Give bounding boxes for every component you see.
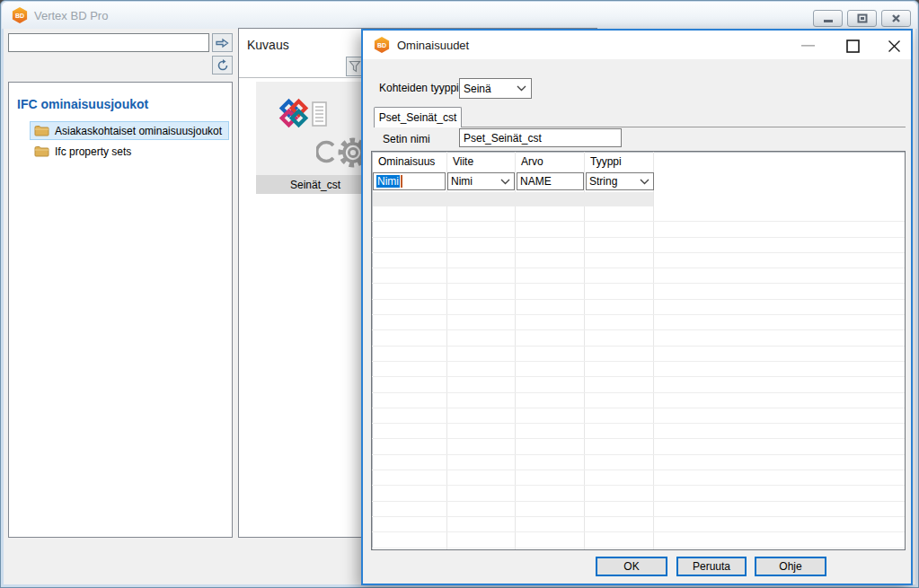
table-empty-row[interactable] bbox=[372, 455, 905, 470]
tree-item-label: Ifc property sets bbox=[55, 145, 131, 158]
properties-table: Ominaisuus Viite Arvo Tyyppi Nimi Nimi N… bbox=[371, 151, 906, 550]
tree-item-label: Asiakaskohtaiset ominaisuusjoukot bbox=[55, 125, 222, 137]
screen: BD Vertex BD Pro bbox=[0, 0, 919, 588]
dialog-title: Ominaisuudet bbox=[397, 39, 469, 52]
minimize-icon bbox=[801, 44, 815, 48]
table-empty-row[interactable] bbox=[372, 470, 905, 486]
table-empty-row[interactable] bbox=[372, 315, 905, 330]
dialog-app-icon: BD bbox=[374, 37, 390, 53]
table-empty-row[interactable] bbox=[372, 393, 905, 408]
dialog-titlebar[interactable]: BD Ominaisuudet bbox=[363, 31, 911, 59]
minimize-button[interactable] bbox=[813, 10, 843, 27]
chevron-down-icon bbox=[517, 85, 526, 92]
table-empty-row[interactable] bbox=[372, 502, 905, 517]
tab-pset-seinat-cst[interactable]: Pset_Seinät_cst bbox=[374, 107, 462, 127]
document-list-icon bbox=[312, 101, 327, 127]
table-empty-row[interactable] bbox=[372, 517, 905, 532]
filter-funnel-icon bbox=[349, 60, 361, 73]
maximize-icon bbox=[857, 13, 868, 23]
table-empty-row[interactable] bbox=[372, 206, 905, 222]
table-empty-row[interactable] bbox=[372, 439, 905, 454]
table-empty-row[interactable] bbox=[372, 300, 905, 315]
close-icon bbox=[891, 13, 901, 23]
c-arc-icon bbox=[316, 139, 336, 164]
table-empty-row[interactable] bbox=[372, 330, 905, 346]
column-header-arvo: Arvo bbox=[515, 152, 584, 171]
close-button[interactable] bbox=[881, 10, 911, 27]
set-name-input[interactable]: Pset_Seinät_cst bbox=[459, 128, 622, 147]
table-empty-row[interactable] bbox=[372, 486, 905, 501]
property-set-icon bbox=[277, 96, 311, 130]
column-header-viite: Viite bbox=[446, 152, 515, 171]
table-empty-row[interactable] bbox=[372, 532, 905, 548]
table-empty-area bbox=[372, 206, 905, 549]
chevron-down-icon bbox=[640, 179, 649, 185]
ok-button[interactable]: OK bbox=[596, 557, 667, 576]
table-empty-row[interactable] bbox=[372, 268, 905, 284]
object-type-select[interactable]: Seinä bbox=[459, 78, 532, 99]
ifc-tree-panel: IFC ominaisuusjoukot Asiakaskohtaiset om… bbox=[8, 82, 233, 538]
main-titlebar[interactable]: BD Vertex BD Pro bbox=[2, 2, 917, 29]
set-name-label: Setin nimi bbox=[383, 133, 430, 145]
folder-icon bbox=[34, 125, 49, 136]
maximize-icon bbox=[846, 39, 860, 53]
tree-header: IFC ominaisuusjoukot bbox=[17, 97, 148, 111]
object-type-value: Seinä bbox=[464, 83, 491, 95]
reference-select[interactable]: Nimi bbox=[447, 172, 515, 190]
vertex-app-icon: BD bbox=[12, 7, 28, 23]
table-next-row[interactable] bbox=[373, 192, 653, 206]
type-value: String bbox=[589, 175, 617, 188]
refresh-icon bbox=[216, 59, 229, 72]
table-empty-row[interactable] bbox=[372, 377, 905, 392]
value-input[interactable]: NAME bbox=[517, 172, 584, 190]
column-header-ominaisuus: Ominaisuus bbox=[372, 152, 446, 171]
table-empty-row[interactable] bbox=[372, 347, 905, 362]
value-text: NAME bbox=[520, 175, 552, 188]
dialog-maximize-button[interactable] bbox=[839, 34, 866, 57]
table-empty-row[interactable] bbox=[372, 362, 905, 377]
dialog-close-button[interactable] bbox=[880, 34, 907, 57]
selected-text: Nimi bbox=[376, 175, 400, 188]
table-empty-row[interactable] bbox=[372, 408, 905, 424]
table-empty-row[interactable] bbox=[372, 253, 905, 268]
object-type-label: Kohteiden tyyppi bbox=[379, 82, 459, 94]
property-set-tile[interactable] bbox=[256, 82, 375, 175]
help-button[interactable]: Ohje bbox=[755, 557, 826, 576]
column-header-tyyppi: Tyyppi bbox=[584, 152, 653, 171]
set-name-value: Pset_Seinät_cst bbox=[464, 132, 542, 145]
type-select[interactable]: String bbox=[586, 172, 654, 190]
tree-item-ifc-property-sets[interactable]: Ifc property sets bbox=[30, 142, 136, 161]
table-header-row: Ominaisuus Viite Arvo Tyyppi bbox=[372, 152, 905, 171]
table-empty-row[interactable] bbox=[372, 424, 905, 439]
text-caret bbox=[401, 175, 402, 188]
chevron-down-icon bbox=[500, 179, 510, 185]
arrow-right-icon bbox=[216, 38, 229, 48]
table-empty-row[interactable] bbox=[372, 222, 905, 237]
preview-panel-title: Kuvaus bbox=[247, 38, 289, 52]
property-set-tile-label[interactable]: Seinät_cst bbox=[256, 175, 375, 194]
table-empty-row[interactable] bbox=[372, 238, 905, 253]
close-icon bbox=[888, 39, 901, 53]
search-input[interactable] bbox=[8, 33, 209, 52]
main-window-title: Vertex BD Pro bbox=[34, 9, 108, 22]
folder-icon bbox=[34, 145, 49, 157]
tab-strip-line bbox=[462, 127, 906, 127]
cancel-button[interactable]: Peruuta bbox=[676, 557, 747, 576]
dialog-minimize-button[interactable] bbox=[794, 34, 821, 57]
tree-item-asiakaskohtaiset[interactable]: Asiakaskohtaiset ominaisuusjoukot bbox=[30, 121, 229, 140]
table-row: Nimi Nimi NAME String bbox=[372, 171, 905, 191]
refresh-button[interactable] bbox=[212, 56, 233, 75]
table-empty-row[interactable] bbox=[372, 284, 905, 299]
search-go-button[interactable] bbox=[212, 33, 233, 52]
minimize-icon bbox=[823, 14, 834, 23]
maximize-button[interactable] bbox=[847, 10, 877, 27]
property-name-input[interactable]: Nimi bbox=[373, 172, 446, 190]
tab-label: Pset_Seinät_cst bbox=[379, 111, 457, 124]
reference-value: Nimi bbox=[451, 175, 473, 188]
ominaisuudet-dialog: BD Ominaisuudet Kohteiden tyyppi Seinä bbox=[361, 29, 913, 585]
